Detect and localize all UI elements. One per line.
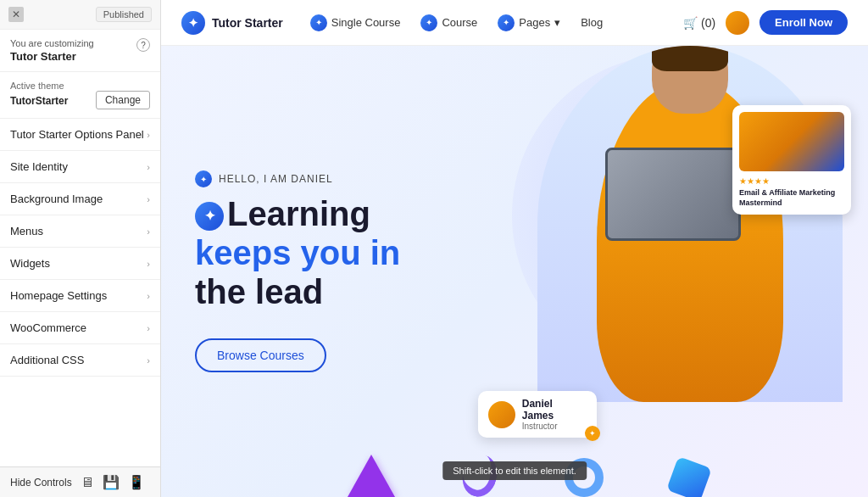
- decorative-shapes: [331, 429, 868, 497]
- panel-footer: Hide Controls 🖥 💾 📱: [0, 466, 160, 497]
- chevron-down-icon: ▾: [554, 16, 560, 29]
- instructor-role: Instructor: [522, 422, 587, 431]
- close-button[interactable]: ✕: [8, 7, 24, 22]
- person-hair: [652, 46, 728, 71]
- panel-header: ✕ Published: [0, 0, 160, 30]
- hero-visual: Daniel James Instructor ✦ ★★★★ Email & A…: [478, 46, 868, 489]
- user-avatar[interactable]: [726, 11, 749, 35]
- menu-item-background[interactable]: Background Image ›: [0, 183, 160, 215]
- customizing-text: You are customizing: [10, 38, 94, 48]
- instructor-info: Daniel James Instructor: [522, 398, 587, 431]
- hero-subtitle: ✦ HELLO, I AM DANIEL: [195, 170, 400, 187]
- person-head: [652, 46, 728, 114]
- top-navigation: ✦ Tutor Starter ✦ Single Course ✦ Course…: [161, 0, 868, 46]
- title-icon: ✦: [195, 202, 224, 231]
- hero-content: ✦ HELLO, I AM DANIEL ✦Learning keeps you…: [195, 170, 400, 372]
- hero-person-image: [537, 46, 843, 402]
- chevron-right-icon: ›: [147, 259, 150, 269]
- chevron-right-icon: ›: [147, 226, 150, 237]
- menu-item-menus[interactable]: Menus ›: [0, 215, 160, 248]
- nav-pages[interactable]: ✦ Pages ▾: [498, 14, 560, 31]
- site-logo[interactable]: ✦ Tutor Starter: [181, 11, 283, 35]
- menu-item-homepage[interactable]: Homepage Settings ›: [0, 280, 160, 312]
- nav-icon: ✦: [498, 14, 515, 31]
- menu-item-tutor-starter[interactable]: Tutor Starter Options Panel ›: [0, 119, 160, 151]
- instructor-badge: ✦: [585, 426, 600, 441]
- hide-controls-button[interactable]: Hide Controls: [10, 477, 72, 489]
- customizer-panel: ✕ Published You are customizing Tutor St…: [0, 0, 161, 497]
- tablet-icon[interactable]: 💾: [103, 474, 120, 490]
- theme-name: TutorStarter: [10, 95, 68, 107]
- nav-single-course[interactable]: ✦ Single Course: [310, 14, 401, 31]
- menu-item-additional-css[interactable]: Additional CSS ›: [0, 344, 160, 377]
- theme-section: Active theme TutorStarter Change: [0, 72, 160, 119]
- menu-item-site-identity[interactable]: Site Identity ›: [0, 151, 160, 183]
- customizing-section: You are customizing Tutor Starter ?: [0, 30, 160, 72]
- browse-courses-button[interactable]: Browse Courses: [195, 338, 326, 372]
- tablet-device: [605, 148, 741, 241]
- hero-title: ✦Learning keeps you in the lead: [195, 194, 400, 311]
- logo-text: Tutor Starter: [212, 16, 283, 30]
- shift-click-tooltip: Shift-click to edit this element.: [442, 461, 587, 480]
- chevron-right-icon: ›: [147, 194, 150, 204]
- instructor-avatar: [488, 401, 515, 428]
- nav-icon: ✦: [310, 14, 327, 31]
- nav-course[interactable]: ✦ Course: [420, 14, 477, 31]
- mobile-icon[interactable]: 📱: [128, 474, 145, 490]
- cube-shape: [666, 456, 712, 497]
- course-title: Email & Affiliate Marketing Mastermind: [739, 188, 844, 208]
- customizer-menu: Tutor Starter Options Panel › Site Ident…: [0, 119, 160, 466]
- customizing-title: Tutor Starter: [10, 50, 94, 63]
- active-theme-label: Active theme: [10, 81, 150, 91]
- course-card: ★★★★ Email & Affiliate Marketing Masterm…: [732, 105, 851, 215]
- instructor-name: Daniel James: [522, 398, 587, 422]
- menu-item-woocommerce[interactable]: WooCommerce ›: [0, 312, 160, 344]
- logo-icon: ✦: [181, 11, 205, 35]
- nav-right-area: 🛒 (0) Enroll Now: [683, 10, 848, 35]
- course-thumbnail: [739, 112, 844, 171]
- help-icon[interactable]: ?: [136, 38, 150, 52]
- nav-icon: ✦: [420, 14, 437, 31]
- subtitle-icon: ✦: [195, 170, 212, 187]
- nav-links: ✦ Single Course ✦ Course ✦ Pages ▾ Blog: [310, 14, 656, 31]
- chevron-right-icon: ›: [147, 323, 150, 333]
- instructor-card: Daniel James Instructor ✦: [478, 391, 597, 438]
- desktop-icon[interactable]: 🖥: [81, 475, 94, 490]
- nav-blog[interactable]: Blog: [581, 16, 603, 29]
- triangle-shape: [348, 455, 395, 497]
- chevron-right-icon: ›: [147, 291, 150, 301]
- course-rating: ★★★★: [739, 176, 844, 186]
- published-badge: Published: [96, 7, 152, 22]
- main-preview: ✦ Tutor Starter ✦ Single Course ✦ Course…: [161, 0, 868, 497]
- chevron-right-icon: ›: [147, 162, 150, 172]
- enroll-now-button[interactable]: Enroll Now: [760, 10, 848, 35]
- chevron-right-icon: ›: [147, 355, 150, 366]
- menu-item-widgets[interactable]: Widgets ›: [0, 248, 160, 280]
- hero-section: ✦ HELLO, I AM DANIEL ✦Learning keeps you…: [161, 46, 868, 497]
- chevron-right-icon: ›: [147, 130, 150, 140]
- cart-icon[interactable]: 🛒 (0): [683, 16, 715, 30]
- change-theme-button[interactable]: Change: [96, 91, 150, 109]
